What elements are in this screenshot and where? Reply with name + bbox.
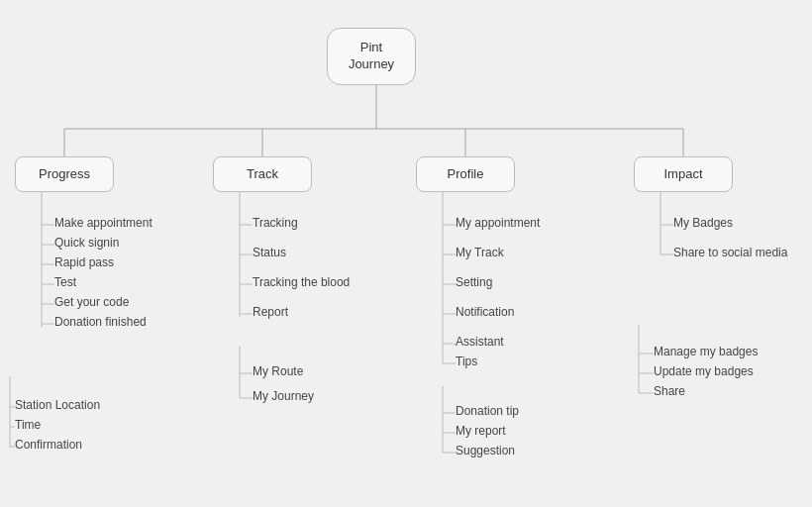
category-progress-label: Progress (39, 166, 90, 183)
list-item: Donation finished (54, 315, 147, 329)
diagram-canvas: Pint Journey Progress Track Profile Impa… (0, 0, 812, 507)
category-track: Track (213, 156, 312, 192)
list-item: Get your code (54, 295, 129, 309)
list-item: My Track (456, 246, 504, 259)
list-item: Rapid pass (54, 255, 114, 269)
category-impact: Impact (634, 156, 733, 192)
list-item: My Journey (253, 389, 314, 403)
category-impact-label: Impact (663, 166, 702, 183)
list-item: Make appointment (54, 216, 152, 230)
list-item: Share (654, 384, 685, 398)
list-item: Assistant (456, 335, 504, 349)
list-item: Test (54, 275, 76, 289)
root-label: Pint Journey (349, 40, 394, 73)
list-item: Setting (456, 275, 492, 289)
list-item: Status (253, 246, 286, 259)
list-item: Report (253, 305, 288, 319)
list-item: My Route (253, 364, 303, 378)
category-progress: Progress (15, 156, 114, 192)
root-node: Pint Journey (327, 28, 416, 85)
list-item: Time (15, 418, 41, 432)
list-item: Quick signin (54, 236, 119, 250)
category-track-label: Track (247, 166, 278, 183)
list-item: My appointment (456, 216, 540, 230)
category-profile-label: Profile (448, 166, 484, 183)
list-item: Station Location (15, 398, 100, 412)
list-item: Confirmation (15, 438, 82, 452)
list-item: Notification (456, 305, 514, 319)
list-item: Suggestion (456, 444, 515, 457)
list-item: Tracking the blood (253, 275, 350, 289)
list-item: Update my badges (654, 364, 754, 378)
list-item: Tips (456, 355, 477, 368)
list-item: Tracking (253, 216, 298, 230)
list-item: Share to social media (673, 246, 787, 259)
list-item: Manage my badges (654, 345, 758, 358)
category-profile: Profile (416, 156, 515, 192)
list-item: My Badges (673, 216, 733, 230)
list-item: Donation tip (456, 404, 519, 418)
list-item: My report (456, 424, 506, 438)
